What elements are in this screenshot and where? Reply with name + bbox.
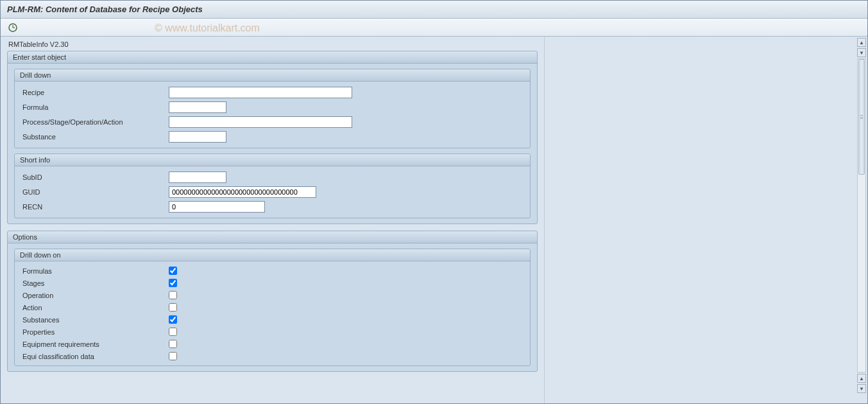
label-stages: Stages (21, 279, 169, 287)
input-substance[interactable] (169, 131, 226, 143)
group-header-enter-start: Enter start object (8, 51, 537, 64)
group-header-short-info: Short info (15, 154, 530, 166)
main-area: RMTableInfo V2.30 Enter start object Dri… (1, 37, 867, 403)
group-header-drill-down: Drill down (15, 69, 530, 82)
scroll-top-arrows: ▲ ▼ (857, 38, 866, 57)
label-subid: SubID (21, 173, 169, 181)
input-subid[interactable] (169, 171, 226, 183)
label-recipe: Recipe (21, 89, 169, 96)
check-equipreq[interactable] (169, 340, 177, 348)
scrollbar-thumb[interactable] (858, 59, 865, 175)
label-equipreq: Equipment requirements (21, 340, 169, 348)
execute-icon[interactable] (7, 22, 19, 33)
scroll-up-icon[interactable]: ▲ (857, 38, 866, 47)
label-formulas: Formulas (21, 267, 169, 275)
input-recipe[interactable] (169, 87, 352, 98)
scrollbar-track[interactable] (857, 58, 866, 373)
page-title: PLM-RM: Content of Database for Recipe O… (7, 4, 203, 14)
group-header-options: Options (8, 231, 537, 243)
check-properties[interactable] (169, 328, 177, 336)
title-bar: PLM-RM: Content of Database for Recipe O… (1, 1, 867, 19)
label-substances: Substances (21, 316, 169, 324)
group-short-info: Short info SubID GUID RECN (14, 154, 531, 218)
group-options: Options Drill down on Formulas Stages (7, 231, 538, 372)
group-drill-down-on: Drill down on Formulas Stages Operation (14, 249, 531, 366)
right-panel: ▲ ▼ ▲ ▼ (544, 37, 867, 403)
scroll-step-up-icon[interactable]: ▲ (857, 374, 866, 383)
check-formulas[interactable] (169, 267, 177, 275)
group-header-drill-down-on: Drill down on (15, 249, 530, 261)
input-formula[interactable] (169, 101, 226, 113)
label-substance: Substance (21, 133, 169, 141)
left-panel: RMTableInfo V2.30 Enter start object Dri… (1, 37, 544, 403)
input-psoa[interactable] (169, 116, 352, 128)
input-recn[interactable] (169, 201, 265, 213)
label-guid: GUID (21, 188, 169, 196)
version-label: RMTableInfo V2.30 (7, 40, 538, 48)
scroll-bottom-arrows: ▲ ▼ (857, 374, 866, 393)
check-equiclass[interactable] (169, 352, 177, 360)
toolbar (1, 19, 867, 37)
input-guid[interactable] (169, 186, 316, 198)
label-recn: RECN (21, 203, 169, 211)
label-operation: Operation (21, 292, 169, 299)
label-properties: Properties (21, 328, 169, 336)
check-stages[interactable] (169, 279, 177, 287)
group-drill-down: Drill down Recipe Formula Process/Stage/… (14, 69, 531, 148)
scroll-step-down-icon[interactable]: ▼ (857, 48, 866, 57)
label-action: Action (21, 304, 169, 312)
check-operation[interactable] (169, 291, 177, 299)
label-formula: Formula (21, 103, 169, 111)
scroll-down-icon[interactable]: ▼ (857, 384, 866, 393)
label-equiclass: Equi classification data (21, 353, 169, 360)
group-enter-start-object: Enter start object Drill down Recipe For… (7, 51, 538, 224)
label-psoa: Process/Stage/Operation/Action (21, 118, 169, 126)
check-substances[interactable] (169, 315, 177, 324)
check-action[interactable] (169, 303, 177, 312)
